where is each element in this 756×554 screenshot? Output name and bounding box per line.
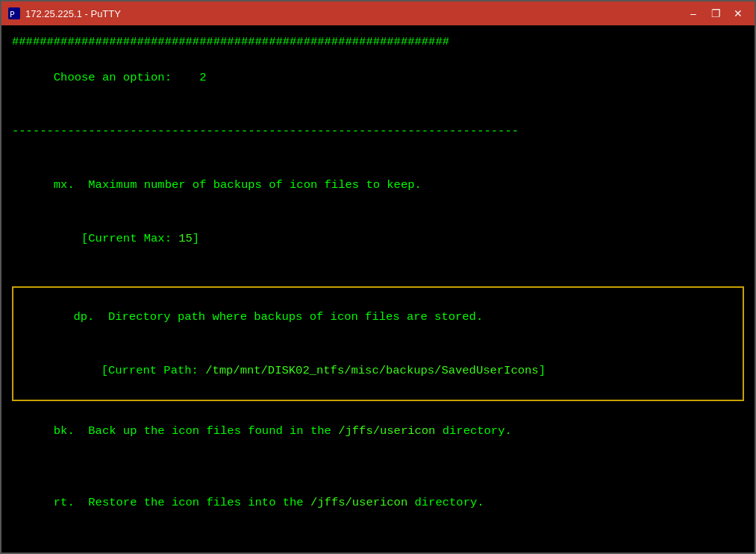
putty-icon: P xyxy=(7,7,21,20)
bk-line: bk. Back up the icon files found in the … xyxy=(12,404,744,458)
blank-line-1 xyxy=(12,104,744,122)
bk-label: bk. xyxy=(54,424,75,438)
window-title: 172.25.225.1 - PuTTY xyxy=(25,8,683,19)
blank-line-4 xyxy=(12,458,744,476)
de-line: de. Delete a previously saved backup of … xyxy=(12,547,744,553)
rt-label: rt. xyxy=(54,496,75,509)
restore-button[interactable]: ❐ xyxy=(705,5,726,22)
blank-line-3 xyxy=(12,265,744,283)
blank-line-2 xyxy=(12,140,744,158)
dp-label: dp. xyxy=(73,310,94,324)
dp-line-1: dp. Directory path where backups of icon… xyxy=(18,290,738,344)
mx-label: mx. xyxy=(54,178,75,192)
mx-line-2: [Current Max: 15] xyxy=(12,212,744,265)
window-controls: – ❐ ✕ xyxy=(683,5,749,22)
hash-line: ########################################… xyxy=(12,33,744,51)
minimize-button[interactable]: – xyxy=(683,5,704,22)
window: P 172.25.225.1 - PuTTY – ❐ ✕ ###########… xyxy=(0,0,756,554)
blank-line-5 xyxy=(12,529,744,547)
dp-line-2: [Current Path: /tmp/mnt/DISK02_ntfs/misc… xyxy=(18,344,738,397)
choose-option-top: Choose an option: 2 xyxy=(12,51,744,104)
terminal-area[interactable]: ########################################… xyxy=(1,25,755,553)
titlebar: P 172.25.225.1 - PuTTY – ❐ ✕ xyxy=(1,1,755,25)
svg-text:P: P xyxy=(10,10,15,19)
close-button[interactable]: ✕ xyxy=(728,5,749,22)
mx-line-1: mx. Maximum number of backups of icon fi… xyxy=(12,158,744,212)
rt-line: rt. Restore the icon files into the /jff… xyxy=(12,476,744,529)
separator-top: ----------------------------------------… xyxy=(12,122,744,140)
dp-highlight-block: dp. Directory path where backups of icon… xyxy=(12,286,744,401)
